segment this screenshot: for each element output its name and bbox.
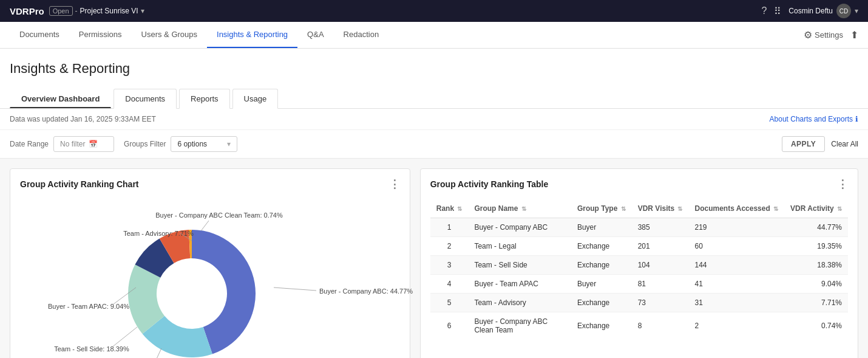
sort-group-type-icon: ⇅ xyxy=(621,205,626,212)
sort-vdr-visits-icon: ⇅ xyxy=(677,205,682,212)
clear-all-button[interactable]: Clear All xyxy=(831,140,858,148)
cell-vdr-activity: 19.35% xyxy=(784,237,848,256)
table-row: 3 Team - Sell Side Exchange 104 144 18.3… xyxy=(430,256,848,275)
tab-usage[interactable]: Usage xyxy=(232,89,279,109)
apps-grid-icon[interactable]: ⠿ xyxy=(774,5,781,17)
nav-item-qa[interactable]: Q&A xyxy=(297,22,333,48)
donut-svg: Buyer - Company ABC: 44.77% Team - Legal… xyxy=(58,199,362,358)
info-icon: ℹ xyxy=(855,115,858,123)
cell-docs-accessed: 60 xyxy=(688,237,784,256)
groups-filter-label: Groups Filter xyxy=(124,140,166,148)
cell-rank: 3 xyxy=(430,256,469,275)
col-vdr-activity[interactable]: VDR Activity ⇅ xyxy=(784,199,848,218)
cell-rank: 2 xyxy=(430,237,469,256)
data-bar: Data was updated Jan 16, 2025 9:33AM EET… xyxy=(0,109,868,130)
cell-vdr-visits: 104 xyxy=(632,256,689,275)
groups-filter-select[interactable]: 6 options ▾ xyxy=(171,136,237,152)
ranking-table-panel: Group Activity Ranking Table ⋮ Rank ⇅ Gr… xyxy=(420,168,858,358)
user-menu[interactable]: Cosmin Deftu CD ▾ xyxy=(788,4,858,18)
gear-icon: ⚙ xyxy=(804,29,812,41)
help-icon[interactable]: ? xyxy=(761,5,767,16)
vdr-logo: VDRPro xyxy=(10,6,44,16)
label-line-1 xyxy=(149,348,161,358)
tab-reports[interactable]: Reports xyxy=(179,89,230,109)
label-buyer-apac: Buyer - Team APAC: 9.04% xyxy=(48,303,129,310)
topbar-right: ? ⠿ Cosmin Deftu CD ▾ xyxy=(761,4,858,18)
tab-overview-dashboard[interactable]: Overview Dashboard xyxy=(10,89,111,108)
col-group-name[interactable]: Group Name ⇅ xyxy=(468,199,571,218)
table-row: 5 Team - Advisory Exchange 73 31 7.71% xyxy=(430,294,848,312)
donut-chart-title-bar: Group Activity Ranking Chart ⋮ xyxy=(20,179,400,190)
charts-area: Group Activity Ranking Chart ⋮ Buyer - C… xyxy=(0,159,868,358)
col-group-type[interactable]: Group Type ⇅ xyxy=(571,199,632,218)
settings-button[interactable]: ⚙ Settings xyxy=(804,29,843,41)
cell-vdr-activity: 18.38% xyxy=(784,256,848,275)
topbar-left: VDRPro Open - Project Sunrise VI ▾ xyxy=(10,6,144,16)
sort-rank-icon: ⇅ xyxy=(457,205,462,212)
label-line-0 xyxy=(274,287,316,291)
cell-vdr-visits: 8 xyxy=(632,312,689,340)
nav-item-insights-reporting[interactable]: Insights & Reporting xyxy=(207,22,297,48)
cell-vdr-visits: 73 xyxy=(632,294,689,312)
cell-vdr-activity: 0.74% xyxy=(784,312,848,340)
ranking-table-menu-icon[interactable]: ⋮ xyxy=(837,179,848,190)
cell-group-name: Buyer - Team APAC xyxy=(468,275,571,294)
date-range-input[interactable]: No filter 📅 xyxy=(53,136,114,152)
col-vdr-visits[interactable]: VDR Visits ⇅ xyxy=(632,199,689,218)
table-row: 2 Team - Legal Exchange 201 60 19.35% xyxy=(430,237,848,256)
avatar-initials: CD xyxy=(839,8,848,15)
open-badge: Open xyxy=(49,6,73,16)
donut-chart-container: Buyer - Company ABC: 44.77% Team - Legal… xyxy=(20,199,400,358)
cell-rank: 4 xyxy=(430,275,469,294)
label-clean-team: Buyer - Company ABC Clean Team: 0.74% xyxy=(155,212,283,219)
cell-group-name: Buyer - Company ABC xyxy=(468,218,571,237)
groups-filter-group: Groups Filter 6 options ▾ xyxy=(124,136,237,152)
date-range-group: Date Range No filter 📅 xyxy=(10,136,114,152)
nav-item-users-groups[interactable]: Users & Groups xyxy=(132,22,207,48)
cell-group-type: Exchange xyxy=(571,312,632,340)
label-buyer-abc: Buyer - Company ABC: 44.77% xyxy=(319,287,413,295)
cell-docs-accessed: 219 xyxy=(688,218,784,237)
user-name: Cosmin Deftu xyxy=(788,7,833,15)
apply-button[interactable]: APPLY xyxy=(782,136,825,152)
sort-group-name-icon: ⇅ xyxy=(521,205,526,212)
label-advisory: Team - Advisory: 7.71% xyxy=(123,230,194,237)
nav-item-documents[interactable]: Documents xyxy=(10,22,69,48)
cell-group-type: Exchange xyxy=(571,237,632,256)
data-updated-text: Data was updated Jan 16, 2025 9:33AM EET xyxy=(10,115,156,123)
label-sell-side: Team - Sell Side: 18.39% xyxy=(54,345,129,353)
nav-item-permissions[interactable]: Permissions xyxy=(69,22,132,48)
table-row: 4 Buyer - Team APAC Buyer 81 41 9.04% xyxy=(430,275,848,294)
sort-activity-icon: ⇅ xyxy=(837,205,842,212)
filter-left: Date Range No filter 📅 Groups Filter 6 o… xyxy=(10,136,237,152)
topbar: VDRPro Open - Project Sunrise VI ▾ ? ⠿ C… xyxy=(0,0,868,22)
filter-right: APPLY Clear All xyxy=(782,136,858,152)
date-range-value: No filter xyxy=(60,140,85,148)
cell-docs-accessed: 41 xyxy=(688,275,784,294)
cell-group-type: Exchange xyxy=(571,294,632,312)
col-rank[interactable]: Rank ⇅ xyxy=(430,199,469,218)
donut-chart-menu-icon[interactable]: ⋮ xyxy=(389,179,400,190)
nav-left: Documents Permissions Users & Groups Ins… xyxy=(10,22,388,48)
table-header-row: Rank ⇅ Group Name ⇅ Group Type ⇅ VDR Vis… xyxy=(430,199,848,218)
expand-icon[interactable]: ⬆ xyxy=(850,29,858,41)
cell-group-name: Team - Sell Side xyxy=(468,256,571,275)
tab-documents[interactable]: Documents xyxy=(114,89,177,109)
date-range-label: Date Range xyxy=(10,140,49,148)
project-chevron-icon[interactable]: ▾ xyxy=(141,7,144,15)
filter-bar: Date Range No filter 📅 Groups Filter 6 o… xyxy=(0,130,868,159)
ranking-table-title: Group Activity Ranking Table xyxy=(430,179,548,189)
nav-right: ⚙ Settings ⬆ xyxy=(804,29,858,41)
project-name: Project Sunrise VI xyxy=(80,7,138,15)
user-chevron-icon[interactable]: ▾ xyxy=(855,7,858,15)
nav-item-redaction[interactable]: Redaction xyxy=(334,22,389,48)
col-docs-accessed[interactable]: Documents Accessed ⇅ xyxy=(688,199,784,218)
project-status: Open - Project Sunrise VI ▾ xyxy=(49,6,144,16)
table-header: Rank ⇅ Group Name ⇅ Group Type ⇅ VDR Vis… xyxy=(430,199,848,218)
cell-group-type: Buyer xyxy=(571,218,632,237)
about-charts-link[interactable]: About Charts and Exports ℹ xyxy=(770,115,858,123)
tabs-bar: Overview Dashboard Documents Reports Usa… xyxy=(0,81,868,109)
table-row: 6 Buyer - Company ABC Clean Team Exchang… xyxy=(430,312,848,340)
cell-vdr-visits: 81 xyxy=(632,275,689,294)
cell-group-name: Team - Legal xyxy=(468,237,571,256)
